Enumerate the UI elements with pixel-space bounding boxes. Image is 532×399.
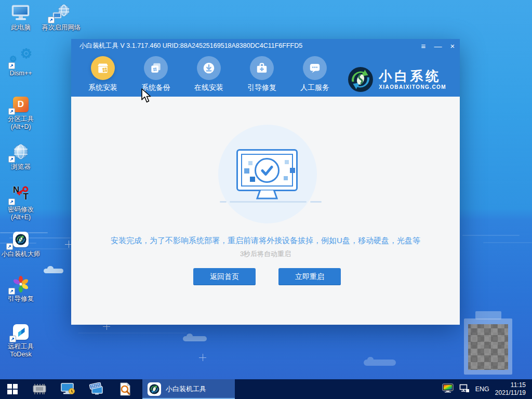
brand-domain: XIAOBAIXITONG.COM (379, 84, 446, 90)
taskbar: 小白装机工具 ENG 11:15 2021/11/19 (0, 379, 532, 399)
partition-tool-icon: D (2, 95, 39, 114)
minimize-icon[interactable]: — (431, 39, 445, 52)
menu-icon[interactable]: ≡ (416, 39, 431, 52)
auto-restart-countdown: 3秒后将自动重启 (71, 249, 460, 259)
search-document-icon (118, 382, 132, 396)
shortcut-arrow-icon (6, 243, 13, 250)
monitor-stand (236, 190, 298, 202)
taskbar-icon-log-viewer[interactable] (111, 379, 139, 399)
back-home-button[interactable]: 返回首页 (193, 268, 256, 285)
desktop-icon-todesk[interactable]: 远程工具 ToDesk (2, 322, 39, 358)
tab-system-backup[interactable]: 系统备份 (132, 56, 179, 92)
desktop-icon-label: 浏览器 (2, 163, 39, 171)
taskbar-clock[interactable]: 11:15 2021/11/19 (495, 381, 526, 397)
completion-message: 安装完成，为了不影响系统部署，重启前请将外接设备拔掉，例如U盘，移动硬盘，光盘等 (71, 236, 460, 246)
ground-line (230, 201, 307, 203)
desktop-icon-this-pc[interactable]: 此电脑 (2, 3, 39, 32)
window-title: 小白装机工具 V 3.1.717.460 URID:88A24525169518… (79, 42, 302, 50)
wave-streak (483, 242, 532, 243)
tab-system-install[interactable]: 系统安装 (79, 56, 126, 92)
desktop-icon-label: 此电脑 (2, 24, 39, 32)
brand-name: 小白系统 (379, 69, 446, 83)
wave-streak (462, 235, 520, 236)
brand-logo: 小白系统 XIAOBAIXITONG.COM (348, 66, 446, 92)
taskbar-icon-display-tool[interactable] (54, 379, 82, 399)
system-tray: ENG 11:15 2021/11/19 (442, 379, 532, 399)
taskbar-task-xiaobai-tool[interactable]: 小白装机工具 (142, 379, 235, 399)
windows-logo-icon (7, 384, 18, 394)
desktop-icon-label: ToDesk (2, 351, 39, 358)
pinwheel-icon (2, 274, 39, 294)
sparkle (199, 354, 206, 361)
display-color-tray-icon[interactable] (442, 383, 454, 395)
xiaobai-tool-window: 小白装机工具 V 3.1.717.460 URID:88A24525169518… (71, 39, 460, 325)
this-pc-icon (2, 3, 39, 23)
install-box-icon (91, 56, 115, 80)
xiaobai-logo-icon (0, 230, 45, 249)
window-titlebar[interactable]: 小白装机工具 V 3.1.717.460 URID:88A24525169518… (71, 39, 460, 52)
wave-streak (78, 332, 187, 334)
tab-boot-repair[interactable]: 引导修复 (238, 56, 285, 92)
close-icon[interactable]: × (445, 39, 460, 52)
qr-code-panel (464, 318, 512, 375)
keyboard-monitor-icon (89, 382, 104, 396)
desktop-icon-label: (Alt+D) (2, 123, 39, 131)
todesk-icon (2, 322, 39, 342)
restart-now-button[interactable]: 立即重启 (278, 268, 341, 285)
desktop-icon-partition-tool[interactable]: D 分区工具 (Alt+D) (2, 95, 39, 131)
blurred-qr-code (468, 324, 508, 370)
ram-chip-icon (32, 382, 47, 396)
download-icon (197, 56, 221, 80)
task-label: 小白装机工具 (166, 384, 206, 394)
start-button[interactable] (0, 379, 25, 399)
tab-human-service[interactable]: 人工服务 (291, 56, 338, 92)
browser-globe-icon (2, 142, 39, 162)
shortcut-arrow-icon (8, 198, 15, 205)
desktop-icon-label: 小白装机大师 (0, 250, 45, 258)
network-globe-icon (42, 3, 81, 23)
shortcut-arrow-icon (48, 17, 55, 23)
desktop-icon-boot-repair[interactable]: 引导修复 (2, 274, 39, 303)
chat-bubble-icon (303, 56, 327, 80)
desktop-icon-label: 远程工具 (2, 343, 39, 351)
desktop-icon-label: 密码修改 (2, 206, 39, 214)
desktop-icon-label: 引导修复 (2, 295, 39, 303)
desktop-icon-label: 分区工具 (2, 115, 39, 123)
desktop-icon-browser[interactable]: 浏览器 (2, 142, 39, 171)
clock-time: 11:15 (495, 381, 526, 389)
shortcut-arrow-icon (9, 336, 16, 342)
monitor-tool-icon (60, 382, 76, 396)
password-key-icon: N T (2, 185, 39, 205)
taskbar-icon-keyboard-tool[interactable] (82, 379, 111, 399)
taskbar-icon-memory-tool[interactable] (25, 379, 54, 399)
tab-online-install[interactable]: 在线安装 (185, 56, 232, 92)
ground-line (310, 201, 322, 203)
desktop-icon-label: 再次启用网络 (42, 24, 81, 32)
desktop-icon-password-edit[interactable]: N T 密码修改 (Alt+E) (2, 185, 39, 221)
xiaobai-logo-icon (348, 66, 374, 92)
xiaobai-logo-icon (148, 382, 161, 396)
shortcut-arrow-icon (8, 108, 15, 115)
backup-icon (144, 56, 168, 80)
desktop-icon-dism[interactable]: ⚙ ⚙ Dism++ (2, 49, 39, 77)
ground-line (220, 201, 227, 203)
desktop-icon-xiaobai-master[interactable]: 小白装机大师 (0, 230, 45, 258)
desktop-icon-label: Dism++ (2, 70, 39, 77)
cloud (44, 269, 63, 273)
network-tray-icon[interactable] (459, 384, 470, 395)
desktop-icon-label: (Alt+E) (2, 214, 39, 221)
desktop-icon-re-enable-network[interactable]: 再次启用网络 (42, 3, 81, 32)
language-indicator[interactable]: ENG (475, 385, 489, 393)
shortcut-arrow-icon (8, 62, 15, 69)
cloud (364, 360, 396, 366)
shortcut-arrow-icon (8, 156, 15, 163)
cloud (183, 336, 207, 341)
window-nav: 系统安装 系统备份 (71, 52, 460, 97)
shortcut-arrow-icon (8, 288, 15, 295)
checkmark-icon (255, 158, 280, 183)
clock-date: 2021/11/19 (495, 389, 526, 397)
gears-icon: ⚙ ⚙ (2, 49, 39, 69)
monitor-check-icon (236, 149, 298, 191)
window-content: 安装完成，为了不影响系统部署，重启前请将外接设备拔掉，例如U盘，移动硬盘，光盘等… (71, 97, 460, 325)
repair-kit-icon (250, 56, 274, 80)
